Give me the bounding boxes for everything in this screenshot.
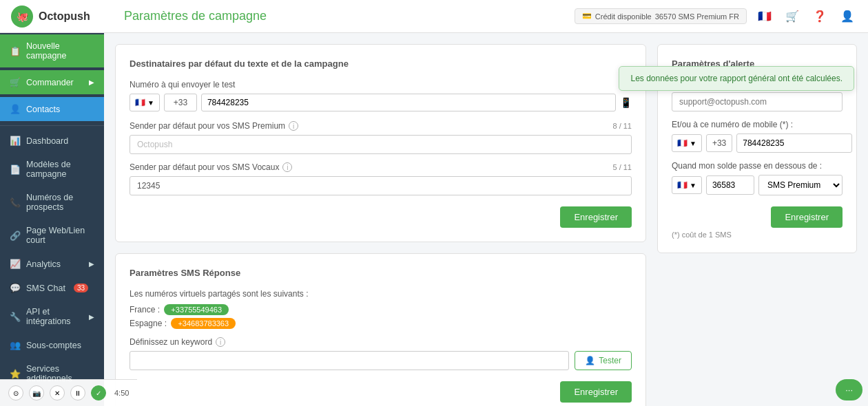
alert-save-button[interactable]: Enregistrer	[771, 206, 843, 228]
sidebar-item-label-nouvelle-campagne: Nouvelle campagne	[26, 41, 94, 61]
card-destinataires-title: Destinataires par défaut du texte et de …	[130, 58, 632, 69]
user-icon[interactable]: 👤	[838, 7, 857, 26]
mobile-flag-icon: 🇫🇷	[677, 138, 688, 148]
sms-type-select[interactable]: SMS Premium SMS Low Cost SMS Vocaux	[758, 175, 843, 195]
logo-text: Octopush	[39, 10, 90, 23]
sidebar-item-label-modeles: Modèles de campagne	[26, 160, 94, 179]
page-title: Paramètres de campagne	[107, 9, 575, 23]
credit-label: Crédit disponible	[595, 12, 652, 21]
smschat-badge: 33	[74, 284, 88, 292]
sidebar-item-label-numeros: Numéros de prospects	[26, 193, 94, 212]
sidebar-item-smschat[interactable]: 💬 SMS Chat 33	[0, 276, 104, 300]
topbar: 🐙 Octopush Paramètres de campagne 💳 Créd…	[0, 0, 868, 33]
mobile-flag-chevron: ▼	[690, 140, 696, 147]
campagne-icon: 📋	[10, 46, 21, 56]
sidebar-item-dashboard[interactable]: 📊 Dashboard	[0, 129, 104, 153]
sidebar-item-contacts[interactable]: 👤 Contacts	[0, 97, 104, 121]
chevron-icon-api: ▶	[89, 313, 94, 321]
sender-premium-input[interactable]	[130, 135, 632, 154]
tester-user-icon: 👤	[585, 356, 595, 365]
media-ctrl-pause[interactable]: ⏸	[70, 385, 85, 400]
sidebar-item-label-dashboard: Dashboard	[26, 136, 68, 146]
card-sms-reponse: Paramètres SMS Réponse Les numéros virtu…	[115, 253, 646, 406]
media-ctrl-1[interactable]: ⊙	[8, 385, 23, 400]
services-icon: ⭐	[10, 369, 21, 379]
cart-icon[interactable]: 🛒	[783, 7, 802, 26]
sender-premium-label-row: Sender par défaut pour vos SMS Premium i…	[130, 121, 632, 131]
help-icon[interactable]: ❓	[810, 7, 829, 26]
sender-premium-info-icon[interactable]: i	[289, 121, 298, 131]
threshold-row: Quand mon solde passe en dessous de : 🇫🇷…	[672, 161, 843, 195]
espagne-number-line: Espagne : +34683783363	[130, 318, 632, 329]
sidebar-item-analytics[interactable]: 📈 Analytics ▶	[0, 252, 104, 276]
chat-bubble[interactable]: ···	[836, 379, 862, 400]
sidebar-item-label-analytics: Analytics	[26, 259, 61, 269]
sidebar-item-nouvelle-campagne[interactable]: 📋 Nouvelle campagne	[0, 34, 104, 67]
test-phone-input[interactable]	[201, 94, 616, 111]
sender-vocaux-label-row: Sender par défaut pour vos SMS Vocaux i …	[130, 162, 632, 172]
analytics-icon: 📈	[10, 259, 21, 269]
card1-save-button[interactable]: Enregistrer	[560, 206, 632, 228]
test-country-code: +33	[164, 94, 197, 111]
card2-save-row: Enregistrer	[130, 381, 632, 403]
topbar-right: 💳 Crédit disponible 36570 SMS Premium FR…	[575, 7, 857, 26]
sidebar: 📋 Nouvelle campagne 🛒 Commander ▶ 👤 Cont…	[0, 33, 104, 406]
dashboard-icon: 📊	[10, 136, 21, 146]
sidebar-item-label-api: API et intégrations	[26, 307, 83, 326]
credit-value: 36570 SMS Premium FR	[655, 12, 739, 21]
threshold-input[interactable]	[706, 175, 754, 195]
mobile-flag-button[interactable]: 🇫🇷 ▼	[672, 134, 702, 152]
sidebar-item-sous-comptes[interactable]: 👥 Sous-comptes	[0, 333, 104, 357]
mobile-country-code: +33	[706, 134, 732, 152]
espagne-label: Espagne :	[130, 319, 167, 328]
media-ctrl-confirm[interactable]: ✓	[91, 385, 106, 400]
test-flag-button[interactable]: 🇫🇷 ▼	[130, 94, 160, 111]
sender-vocaux-info-icon[interactable]: i	[282, 162, 292, 172]
page-web-icon: 🔗	[10, 231, 21, 241]
sidebar-item-page-web[interactable]: 🔗 Page Web/Lien court	[0, 219, 104, 252]
card-sms-reponse-title: Paramètres SMS Réponse	[130, 268, 632, 278]
smschat-icon: 💬	[10, 283, 21, 293]
card2-save-button[interactable]: Enregistrer	[560, 381, 632, 403]
credit-badge: 💳 Crédit disponible 36570 SMS Premium FR	[575, 8, 747, 24]
sidebar-item-numeros[interactable]: 📞 Numéros de prospects	[0, 186, 104, 219]
sidebar-item-commander[interactable]: 🛒 Commander ▶	[0, 70, 104, 94]
email-input[interactable]	[672, 92, 843, 111]
threshold-label: Quand mon solde passe en dessous de :	[672, 161, 843, 171]
sidebar-item-label-page-web: Page Web/Lien court	[26, 226, 94, 245]
keyword-info-icon[interactable]: i	[216, 337, 225, 347]
test-flag-icon: 🇫🇷	[135, 98, 145, 107]
sidebar-item-label-sous-comptes: Sous-comptes	[26, 341, 81, 350]
api-icon: 🔧	[10, 312, 21, 322]
logo-area: 🐙 Octopush	[11, 6, 107, 28]
test-number-label: Numéro à qui envoyer le test	[130, 80, 632, 89]
notification-bubble: Les données pour votre rapport général o…	[619, 66, 854, 91]
france-number-line: France : +33755549463	[130, 304, 632, 315]
threshold-flag-button[interactable]: 🇫🇷 ▼	[672, 176, 702, 194]
logo-icon: 🐙	[11, 6, 33, 28]
mobile-input-row: 🇫🇷 ▼ +33	[672, 133, 843, 153]
alert-footnote: (*) coût de 1 SMS	[672, 231, 843, 239]
sender-premium-count: 8 / 11	[612, 122, 632, 130]
right-panel: Paramètres d'alerte Envoyez moi l'email …	[657, 44, 857, 406]
flag-icon[interactable]: 🇫🇷	[755, 7, 774, 26]
alert-save-row: Enregistrer	[672, 206, 843, 228]
sidebar-item-label-smschat: SMS Chat	[26, 284, 65, 293]
media-ctrl-2[interactable]: 📷	[29, 385, 44, 400]
sidebar-item-label-contacts: Contacts	[26, 105, 60, 114]
mobile-label: Et/ou à ce numéro de mobile (*) :	[672, 120, 843, 129]
mobile-input[interactable]	[736, 133, 852, 153]
numeros-icon: 📞	[10, 197, 21, 208]
card-destinataires: Destinataires par défaut du texte et de …	[115, 44, 646, 242]
france-label: France :	[130, 305, 160, 314]
media-ctrl-close[interactable]: ✕	[50, 385, 65, 400]
sender-vocaux-input[interactable]	[130, 176, 632, 195]
sidebar-item-label-commander: Commander	[26, 78, 74, 87]
keyword-row: 👤 Tester	[130, 351, 632, 370]
keyword-input[interactable]	[130, 351, 569, 370]
keyword-tester-button[interactable]: 👤 Tester	[575, 351, 632, 370]
chevron-icon-analytics: ▶	[89, 260, 94, 268]
sidebar-item-modeles[interactable]: 📄 Modèles de campagne	[0, 153, 104, 186]
media-controls: ⊙ 📷 ✕ ⏸ ✓ 4:50	[0, 379, 137, 406]
sidebar-item-api[interactable]: 🔧 API et intégrations ▶	[0, 300, 104, 333]
